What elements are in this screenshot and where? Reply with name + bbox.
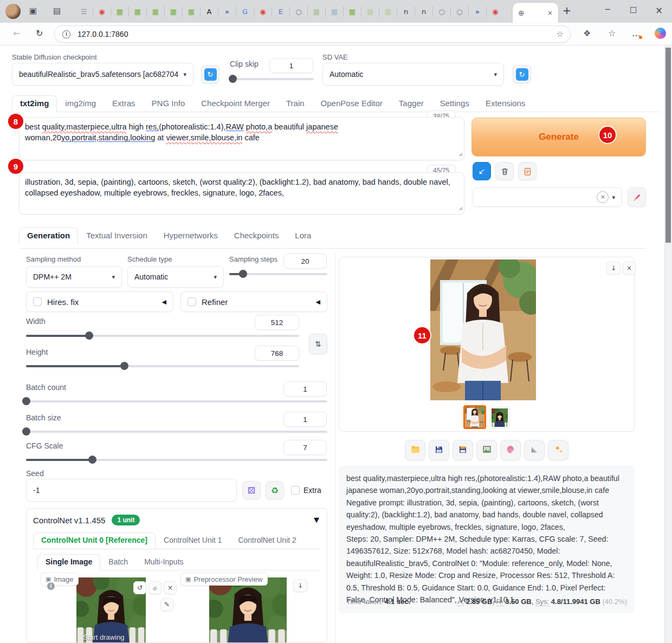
clear-prompt-button[interactable] — [495, 162, 514, 180]
batch-count-value[interactable]: 1 — [283, 381, 327, 397]
favorites-bar-icon[interactable]: ☆ — [608, 28, 616, 38]
copilot-icon[interactable] — [655, 28, 666, 39]
undo-image-button[interactable]: ↺ — [133, 581, 146, 594]
pinned-tab-favicon-21[interactable]: ○ — [450, 7, 468, 16]
close-gallery-button[interactable]: × — [623, 262, 636, 275]
pinned-tab-favicon-19[interactable]: n — [415, 7, 432, 16]
width-value[interactable]: 512 — [255, 315, 299, 330]
edit-styles-button[interactable] — [628, 187, 646, 207]
pinned-tab-favicon-5[interactable]: ▦ — [164, 7, 182, 16]
clear-styles-icon[interactable]: × — [597, 191, 609, 203]
ruler-button[interactable] — [524, 440, 545, 460]
pinned-tab-favicon-12[interactable]: ○ — [289, 7, 307, 16]
tab-single-image[interactable]: Single Image — [37, 554, 100, 570]
pinned-tab-favicon-0[interactable]: ☰ — [75, 7, 93, 16]
url-text[interactable]: 127.0.0.1:7860 — [77, 30, 128, 38]
pinned-tab-favicon-10[interactable]: ◉ — [254, 7, 272, 16]
folder-button[interactable] — [405, 440, 425, 460]
tab-multi-inputs[interactable]: Multi-Inputs — [136, 554, 191, 570]
pinned-tab-favicon-8[interactable]: » — [218, 7, 236, 16]
pinned-tab-favicon-22[interactable]: » — [468, 7, 486, 16]
sampling-steps-slider[interactable] — [229, 270, 327, 278]
pinned-tab-favicon-16[interactable]: ▦ — [361, 7, 379, 16]
close-tab-icon[interactable]: × — [547, 9, 553, 17]
save-zip-button[interactable] — [453, 440, 473, 460]
slider-knob[interactable] — [85, 332, 93, 340]
sampling-method-dropdown[interactable]: DPM++ 2M▾ — [26, 266, 122, 288]
checkpoint-dropdown[interactable]: beautifulRealistic_brav5.safetensors [ac… — [12, 63, 193, 86]
tab-train[interactable]: Train — [278, 95, 313, 112]
negative-prompt-textarea[interactable]: illustration, 3d, sepia, (painting), car… — [19, 172, 464, 215]
reload-icon[interactable]: ↻ — [36, 28, 43, 38]
tab-img2img[interactable]: img2img — [57, 95, 104, 112]
url-bar[interactable]: i 127.0.0.1:7860 ☆ — [54, 25, 571, 43]
pinned-tab-favicon-6[interactable]: ▦ — [182, 7, 200, 16]
pinned-tab-favicon-9[interactable]: G — [236, 7, 254, 16]
settings-menu-icon[interactable]: … — [632, 28, 641, 38]
tab-generation[interactable]: Generation — [19, 228, 78, 244]
apply-styles-button[interactable] — [518, 162, 537, 180]
split-screen-icon[interactable]: ❖ — [583, 28, 591, 38]
sketch-pencil-button[interactable]: ✎ — [160, 598, 173, 611]
slider-knob[interactable] — [239, 270, 247, 278]
cfg-scale-value[interactable]: 7 — [283, 440, 327, 455]
refresh-vae-button[interactable]: ↻ — [513, 65, 531, 83]
height-value[interactable]: 768 — [255, 346, 299, 361]
download-image-button[interactable]: ↓ — [606, 262, 621, 275]
tab-checkpoints[interactable]: Checkpoints — [226, 228, 287, 244]
tab-hypernetworks[interactable]: Hypernetworks — [156, 228, 226, 244]
extra-seed-checkbox[interactable] — [291, 486, 300, 495]
accordion-arrow-icon[interactable]: ◀ — [162, 298, 166, 306]
pinned-tab-favicon-7[interactable]: A — [200, 7, 218, 16]
active-browser-tab[interactable]: ⊕ × — [513, 3, 558, 23]
workspaces-icon[interactable]: ▣ — [29, 6, 37, 16]
pinned-tab-favicon-15[interactable]: ▦ — [343, 7, 361, 16]
tab-batch[interactable]: Batch — [100, 554, 136, 570]
tab-txt2img[interactable]: txt2img — [12, 95, 57, 112]
tab-controlnet-unit-1[interactable]: ControlNet Unit 1 — [156, 532, 230, 549]
pinned-tab-favicon-4[interactable]: ▦ — [146, 7, 164, 16]
batch-count-slider[interactable] — [26, 397, 327, 406]
pinned-tab-favicon-2[interactable]: ▦ — [111, 7, 128, 16]
erase-image-button[interactable] — [148, 581, 161, 594]
tab-controlnet-unit-2[interactable]: ControlNet Unit 2 — [230, 532, 304, 549]
profile-avatar[interactable] — [5, 4, 21, 19]
pinned-tab-favicon-18[interactable]: n — [397, 7, 415, 16]
tab-openpose-editor[interactable]: OpenPose Editor — [313, 95, 391, 112]
slider-knob[interactable] — [229, 75, 237, 83]
sd-vae-dropdown[interactable]: Automatic▾ — [322, 63, 504, 86]
refresh-checkpoint-button[interactable]: ↻ — [201, 65, 219, 83]
sparkles-button[interactable] — [548, 440, 568, 460]
schedule-type-dropdown[interactable]: Automatic▾ — [127, 266, 224, 288]
back-icon[interactable]: ← — [13, 28, 20, 38]
slider-knob[interactable] — [22, 397, 30, 405]
prompt-textarea[interactable]: best quality,masterpiece,ultra high res,… — [19, 117, 464, 160]
download-preview-button[interactable]: ↓ — [293, 579, 307, 592]
height-slider[interactable] — [26, 362, 299, 371]
tab-controlnet-unit-0-reference[interactable]: ControlNet Unit 0 [Reference] — [33, 532, 156, 549]
gallery-thumbnail-selected[interactable] — [463, 405, 486, 429]
read-parameters-button[interactable]: ↙ — [473, 162, 491, 180]
favorite-star-icon[interactable]: ☆ — [557, 29, 564, 39]
minimize-button[interactable]: ─ — [605, 5, 610, 14]
seed-input[interactable]: -1 — [26, 479, 237, 502]
save-button[interactable] — [429, 440, 449, 460]
image-button[interactable] — [476, 440, 497, 460]
batch-size-value[interactable]: 1 — [283, 412, 327, 427]
clip-skip-value[interactable]: 1 — [269, 58, 313, 73]
pinned-tab-favicon-11[interactable]: E — [272, 7, 289, 16]
page-scrollbar-thumb[interactable] — [665, 48, 671, 243]
tab-checkpoint-merger[interactable]: Checkpoint Merger — [193, 95, 278, 112]
tab-png-info[interactable]: PNG Info — [144, 95, 193, 112]
hires-fix-panel[interactable]: Hires. fix ◀ — [26, 291, 173, 312]
tab-extras[interactable]: Extras — [104, 95, 144, 112]
generated-image[interactable] — [430, 259, 536, 400]
refiner-panel[interactable]: Refiner ◀ — [180, 291, 327, 312]
refiner-checkbox[interactable] — [188, 297, 196, 306]
maximize-button[interactable]: □ — [630, 5, 637, 14]
pinned-tab-favicon-20[interactable]: ○ — [432, 7, 450, 16]
pinned-tab-favicon-23[interactable]: ◉ — [486, 7, 504, 16]
slider-knob[interactable] — [22, 427, 30, 436]
slider-knob[interactable] — [88, 456, 96, 464]
tab-actions-icon[interactable]: ▤ — [53, 6, 61, 16]
